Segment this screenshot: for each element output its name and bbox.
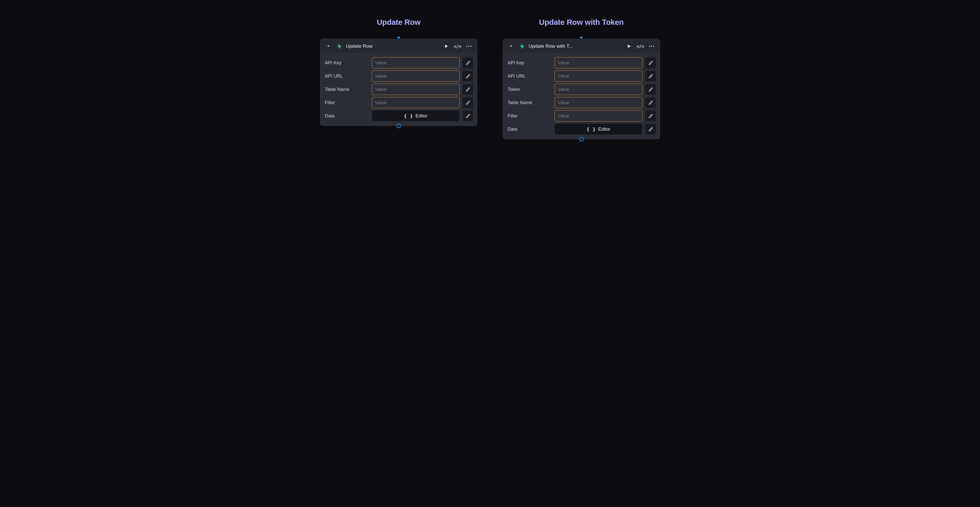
node-input-port-icon[interactable] bbox=[579, 37, 583, 39]
node-title: Update Row bbox=[346, 43, 439, 49]
play-icon bbox=[628, 45, 631, 48]
data-editor-button[interactable]: { } Editor bbox=[555, 124, 642, 135]
panel-update-row: Update Row Update Row </> bbox=[320, 18, 477, 126]
field-row: API Key Value bbox=[507, 57, 656, 69]
braces-icon: { } bbox=[404, 113, 413, 119]
filter-input[interactable]: Value bbox=[372, 97, 460, 108]
edit-button[interactable] bbox=[645, 97, 656, 108]
field-label: API Key bbox=[324, 60, 369, 65]
node-card: Update Row </> API Key Value API URL Val… bbox=[320, 39, 477, 126]
field-row: Filter Value bbox=[324, 97, 473, 108]
pencil-icon bbox=[649, 100, 653, 105]
pencil-icon bbox=[466, 74, 470, 78]
edit-button[interactable] bbox=[645, 110, 656, 121]
api-key-input[interactable]: Value bbox=[372, 57, 460, 69]
field-row: Table Name Value bbox=[324, 84, 473, 95]
field-row: API URL Value bbox=[324, 70, 473, 82]
code-icon: </> bbox=[454, 44, 461, 49]
chevron-down-icon bbox=[510, 45, 512, 47]
collapse-toggle[interactable] bbox=[325, 42, 332, 50]
pencil-icon bbox=[466, 61, 470, 65]
run-button[interactable] bbox=[625, 42, 633, 50]
node-output-port-icon[interactable] bbox=[396, 124, 401, 128]
field-label: API URL bbox=[507, 73, 552, 79]
edit-button[interactable] bbox=[462, 57, 473, 69]
code-button[interactable]: </> bbox=[636, 42, 644, 50]
node-input-port-icon[interactable] bbox=[397, 37, 401, 39]
panel-heading: Update Row bbox=[377, 18, 420, 27]
code-icon: </> bbox=[636, 44, 644, 49]
pencil-icon bbox=[466, 114, 470, 118]
node: Update Row with T... </> API Key Value A… bbox=[503, 39, 660, 139]
code-button[interactable]: </> bbox=[453, 42, 462, 50]
pencil-icon bbox=[466, 100, 470, 105]
field-row: Token Value bbox=[507, 84, 656, 95]
field-label: Filter bbox=[324, 100, 369, 105]
more-horizontal-icon bbox=[466, 46, 471, 47]
edit-button[interactable] bbox=[462, 110, 473, 121]
collapse-toggle[interactable] bbox=[507, 42, 515, 50]
run-button[interactable] bbox=[442, 42, 450, 50]
field-row: API URL Value bbox=[507, 70, 656, 82]
node-title: Update Row with T... bbox=[528, 43, 622, 49]
supabase-logo-icon bbox=[518, 43, 525, 50]
node: Update Row </> API Key Value API URL Val… bbox=[320, 39, 477, 126]
panel-heading: Update Row with Token bbox=[539, 18, 624, 27]
edit-button[interactable] bbox=[462, 70, 473, 82]
more-button[interactable] bbox=[465, 42, 473, 50]
node-body: API Key Value API URL Value Token Value bbox=[503, 53, 660, 139]
more-button[interactable] bbox=[648, 42, 655, 50]
pencil-icon bbox=[649, 127, 653, 131]
pencil-icon bbox=[466, 87, 470, 92]
api-key-input[interactable]: Value bbox=[555, 57, 642, 69]
play-icon bbox=[445, 45, 448, 48]
field-row: Filter Value bbox=[507, 110, 656, 121]
field-label: API URL bbox=[324, 73, 369, 79]
edit-button[interactable] bbox=[645, 84, 656, 95]
field-row: Data { } Editor bbox=[507, 124, 656, 135]
edit-button[interactable] bbox=[645, 57, 656, 69]
api-url-input[interactable]: Value bbox=[372, 70, 460, 82]
node-body: API Key Value API URL Value Table Name V… bbox=[320, 53, 477, 126]
field-row: Data { } Editor bbox=[324, 110, 473, 121]
edit-button[interactable] bbox=[462, 97, 473, 108]
editor-button-label: Editor bbox=[598, 127, 610, 132]
field-label: Data bbox=[324, 113, 369, 119]
token-input[interactable]: Value bbox=[555, 84, 642, 95]
api-url-input[interactable]: Value bbox=[555, 70, 642, 82]
pencil-icon bbox=[649, 74, 653, 78]
table-name-input[interactable]: Value bbox=[555, 97, 642, 108]
pencil-icon bbox=[649, 114, 653, 118]
node-header: Update Row with T... </> bbox=[503, 39, 660, 53]
table-name-input[interactable]: Value bbox=[372, 84, 460, 95]
field-label: Table Name bbox=[324, 87, 369, 92]
edit-button[interactable] bbox=[645, 70, 656, 82]
node-header: Update Row </> bbox=[320, 39, 477, 53]
field-row: API Key Value bbox=[324, 57, 473, 69]
field-label: Token bbox=[507, 87, 552, 92]
field-label: Table Name bbox=[507, 100, 552, 105]
editor-button-label: Editor bbox=[415, 113, 428, 119]
chevron-down-icon bbox=[327, 45, 330, 47]
node-card: Update Row with T... </> API Key Value A… bbox=[503, 39, 660, 139]
supabase-logo-icon bbox=[336, 43, 343, 50]
more-horizontal-icon bbox=[649, 46, 654, 47]
node-output-port-icon[interactable] bbox=[579, 137, 584, 142]
edit-button[interactable] bbox=[645, 124, 656, 135]
braces-icon: { } bbox=[587, 127, 596, 132]
field-label: Data bbox=[507, 127, 552, 132]
edit-button[interactable] bbox=[462, 84, 473, 95]
panel-update-row-token: Update Row with Token Update Row with T.… bbox=[503, 18, 660, 139]
filter-input[interactable]: Value bbox=[555, 110, 642, 121]
data-editor-button[interactable]: { } Editor bbox=[372, 110, 460, 121]
field-label: Filter bbox=[507, 113, 552, 119]
field-row: Table Name Value bbox=[507, 97, 656, 108]
pencil-icon bbox=[649, 61, 653, 65]
pencil-icon bbox=[649, 87, 653, 92]
field-label: API Key bbox=[507, 60, 552, 65]
